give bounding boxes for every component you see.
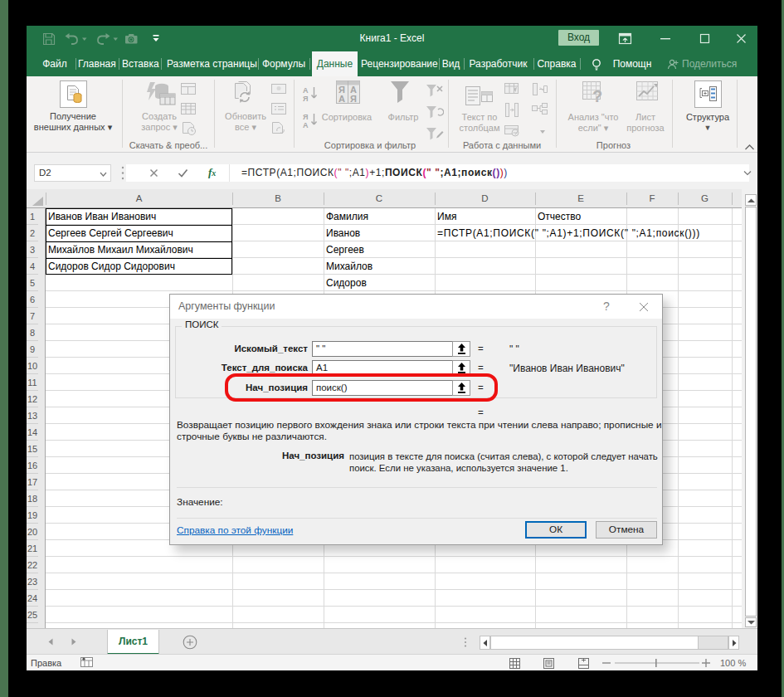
svg-text:Я: Я [303, 113, 308, 121]
svg-text:?: ? [592, 87, 602, 105]
svg-text:А: А [303, 86, 309, 95]
svg-text:Я: Я [350, 94, 357, 104]
svg-text:А: А [338, 94, 345, 104]
svg-text:Я: Я [303, 95, 308, 103]
svg-text:А: А [303, 121, 309, 129]
